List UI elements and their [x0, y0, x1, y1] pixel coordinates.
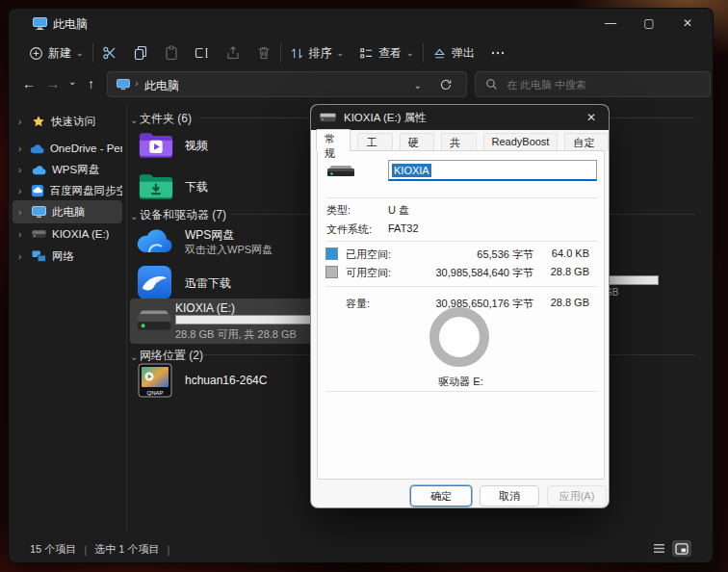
tile-subtitle: 双击进入WPS网盘: [185, 243, 273, 257]
tile-qnap-nas[interactable]: QNAP hchuan16-264C: [135, 362, 318, 401]
dialog-tabs: 常规 工具 硬件 共享 ReadyBoost 自定义: [316, 134, 609, 151]
minimize-button[interactable]: —: [591, 11, 630, 36]
tile-thunder-download[interactable]: 迅雷下载: [135, 264, 318, 302]
paste-button[interactable]: [157, 40, 186, 65]
used-space-size: 64.0 KB: [539, 247, 589, 259]
tile-downloads[interactable]: 下载: [135, 169, 299, 207]
titlebar[interactable]: 此电脑 — ▢ ✕: [9, 9, 713, 38]
sidebar-item-network[interactable]: › 网络: [13, 245, 122, 268]
view-button[interactable]: 查看 ⌄: [352, 40, 421, 65]
thumbnail-view-toggle[interactable]: [672, 540, 691, 557]
refresh-icon[interactable]: [439, 78, 453, 91]
sidebar-item-label: 此电脑: [52, 205, 86, 220]
usb-drive-icon: [326, 164, 355, 178]
sort-button[interactable]: 排序 ⌄: [283, 40, 351, 65]
filesystem-label: 文件系统:: [326, 222, 372, 237]
eject-button[interactable]: 弹出: [426, 40, 481, 65]
sidebar-item-label: 百度网盘同步空间: [50, 184, 122, 198]
view-list-icon: [359, 46, 374, 61]
copy-button[interactable]: [126, 40, 155, 65]
usb-drive-icon: [32, 229, 46, 239]
rename-button[interactable]: [188, 40, 217, 65]
address-row: ← → ⌄ ↑ › 此电脑 ⌄: [9, 68, 713, 101]
tile-label: 视频: [185, 138, 208, 154]
tab-tools[interactable]: 工具: [357, 133, 392, 151]
expand-chevron-icon[interactable]: ›: [18, 143, 24, 154]
toolbar-separator: [92, 43, 93, 63]
address-dropdown-chevron-icon[interactable]: ⌄: [414, 80, 422, 91]
breadcrumb-root[interactable]: 此电脑: [144, 78, 179, 94]
ok-button[interactable]: 确定: [410, 485, 472, 507]
tab-general[interactable]: 常规: [316, 129, 351, 151]
details-view-toggle[interactable]: [649, 540, 668, 557]
expand-chevron-icon[interactable]: ›: [18, 165, 26, 175]
cancel-button[interactable]: 取消: [480, 485, 539, 507]
type-value: U 盘: [388, 203, 409, 218]
copy-icon: [133, 45, 148, 61]
separator: [326, 391, 597, 392]
delete-button[interactable]: [249, 40, 278, 65]
tile-label: KIOXIA (E:): [175, 301, 235, 315]
tab-customize[interactable]: 自定义: [564, 133, 609, 151]
tab-hardware[interactable]: 硬件: [400, 133, 434, 151]
volume-label-input[interactable]: KIOXIA: [388, 160, 597, 181]
expand-chevron-icon[interactable]: ›: [18, 186, 25, 196]
properties-dialog: KIOXIA (E:) 属性 ✕ 常规 工具 硬件 共享 ReadyBoost …: [310, 104, 610, 508]
share-icon: [225, 45, 241, 61]
sidebar-item-quick-access[interactable]: › 快速访问: [13, 110, 122, 133]
dialog-titlebar[interactable]: KIOXIA (E:) 属性 ✕: [311, 105, 609, 130]
window-title: 此电脑: [53, 16, 88, 33]
new-button[interactable]: 新建 ⌄: [22, 40, 91, 65]
more-dots-icon: [490, 45, 506, 61]
group-header-devices[interactable]: 设备和驱动器 (7): [140, 207, 226, 223]
forward-icon[interactable]: →: [46, 76, 60, 91]
cut-button[interactable]: [95, 40, 124, 65]
expand-chevron-icon[interactable]: ›: [18, 229, 26, 240]
tile-kioxia-drive[interactable]: KIOXIA (E:) 28.8 GB 可用, 共 28.8 GB: [130, 299, 316, 344]
videos-folder-icon: [138, 129, 174, 161]
back-icon[interactable]: ←: [22, 76, 36, 91]
type-label: 类型:: [326, 203, 351, 218]
tile-videos[interactable]: 视频: [135, 127, 299, 166]
status-bar: 15 个项目 | 选中 1 个项目 |: [9, 535, 713, 562]
share-button[interactable]: [219, 40, 247, 65]
qnap-brand-text: QNAP: [146, 390, 163, 396]
search-box[interactable]: [475, 71, 711, 97]
expand-chevron-icon[interactable]: ›: [18, 207, 26, 218]
tile-label: hchuan16-264C: [185, 374, 267, 387]
delete-trash-icon: [256, 45, 272, 61]
dialog-close-icon[interactable]: ✕: [580, 108, 603, 127]
group-header-folders[interactable]: 文件夹 (6): [140, 111, 192, 127]
search-input[interactable]: [505, 78, 682, 91]
sidebar-item-label: 快速访问: [51, 115, 95, 129]
sidebar-item-wps-cloud[interactable]: › WPS网盘: [13, 158, 122, 181]
computer-icon: [117, 79, 130, 91]
close-button[interactable]: ✕: [668, 11, 707, 36]
sidebar-item-onedrive[interactable]: › OneDrive - Persona: [13, 137, 122, 160]
cloud-icon: [30, 143, 44, 154]
tab-sharing[interactable]: 共享: [441, 133, 476, 151]
sidebar-item-baidu-sync[interactable]: › 百度网盘同步空间: [13, 179, 122, 202]
up-icon[interactable]: ↑: [88, 76, 94, 91]
breadcrumb-bar[interactable]: › 此电脑 ⌄: [107, 71, 467, 97]
sidebar-item-kioxia-drive[interactable]: › KIOXIA (E:): [13, 222, 122, 246]
network-icon: [32, 250, 46, 263]
search-icon: [485, 78, 498, 91]
recent-chevron-icon[interactable]: ⌄: [68, 76, 76, 87]
collapse-chevron-icon[interactable]: ⌄: [130, 115, 138, 125]
status-separator: |: [167, 544, 169, 556]
tile-label: 下载: [185, 179, 208, 195]
more-button[interactable]: [483, 40, 512, 65]
sort-arrows-icon: [290, 46, 304, 61]
sidebar-item-this-pc[interactable]: › 此电脑: [13, 200, 122, 223]
tab-readyboost[interactable]: ReadyBoost: [483, 133, 559, 151]
expand-chevron-icon[interactable]: ›: [18, 117, 26, 127]
maximize-button[interactable]: ▢: [630, 11, 668, 36]
sidebar-item-label: OneDrive - Persona: [50, 143, 122, 154]
apply-button[interactable]: 应用(A): [547, 485, 607, 507]
expand-chevron-icon[interactable]: ›: [18, 251, 26, 262]
tile-wps-cloud[interactable]: WPS网盘 双击进入WPS网盘: [135, 222, 318, 263]
collapse-chevron-icon[interactable]: ⌄: [130, 351, 138, 362]
separator: [326, 197, 597, 198]
collapse-chevron-icon[interactable]: ⌄: [130, 211, 138, 221]
